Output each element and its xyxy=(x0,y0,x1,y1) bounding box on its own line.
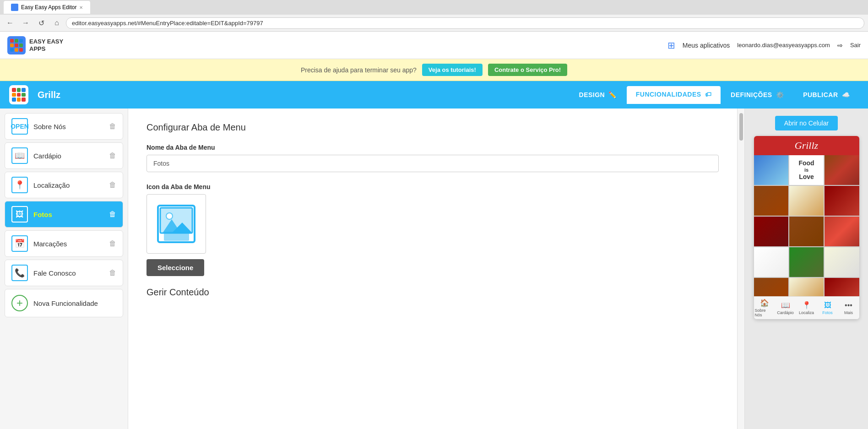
browser-chrome: Easy Easy Apps Editor ✕ ← → ↺ ⌂ xyxy=(0,0,868,32)
phone-nav-icon-fotos: 🖼 xyxy=(824,301,831,310)
scrollbar-thumb[interactable] xyxy=(739,113,743,141)
delete-sobre-nos-icon[interactable]: 🗑 xyxy=(109,122,116,130)
app-header: EASY EASY APPS ⊞ Meus aplicativos leonar… xyxy=(0,32,868,59)
tutorials-button[interactable]: Veja os tutoriais! xyxy=(422,64,483,76)
photo-cell-11 xyxy=(789,247,824,277)
browser-tabs: Easy Easy Apps Editor ✕ xyxy=(0,0,868,15)
phone-nav-label-cardapio: Cardápio xyxy=(777,310,794,315)
photo-cell-9 xyxy=(825,217,859,246)
photo-cell-3 xyxy=(825,155,859,185)
phone-nav-label-mais: Mais xyxy=(844,310,853,315)
phone-header: Grillz xyxy=(754,136,859,155)
sobre-nos-icon: OPEN xyxy=(11,118,28,135)
browser-nav: ← → ↺ ⌂ xyxy=(0,15,868,31)
open-cell-button[interactable]: Abrir no Celular xyxy=(775,116,838,130)
publicar-label: PUBLICAR xyxy=(803,91,838,98)
delete-fale-conosco-icon[interactable]: 🗑 xyxy=(109,269,116,277)
photo-cell-6 xyxy=(825,186,859,216)
banner-text: Precisa de ajuda para terminar seu app? xyxy=(301,66,417,74)
photo-cell-10 xyxy=(754,247,788,277)
pro-service-button[interactable]: Contrate o Serviço Pro! xyxy=(488,64,567,76)
marcacoes-icon: 📅 xyxy=(11,235,28,252)
info-banner: Precisa de ajuda para terminar seu app? … xyxy=(0,59,868,81)
app-logo: EASY EASY APPS xyxy=(7,36,63,54)
tab-funcionalidades[interactable]: FUNCIONALIDADES 🏷 xyxy=(627,86,721,104)
tab-title: Easy Easy Apps Editor xyxy=(21,4,76,11)
icon-label: Icon da Aba de Menu xyxy=(146,183,719,190)
tab-publicar[interactable]: PUBLICAR ☁️ xyxy=(794,86,859,104)
app-title: Grillz xyxy=(38,90,561,100)
phone-nav-label-fotos: Fotos xyxy=(822,310,833,315)
phone-nav-icon-pin: 📍 xyxy=(802,301,811,310)
back-button[interactable]: ← xyxy=(4,16,16,29)
user-email: leonardo.dias@easyeasyapps.com xyxy=(737,42,830,49)
photo-cell-5 xyxy=(789,186,824,216)
phone-nav-icon-book: 📖 xyxy=(781,301,790,310)
main-layout: OPEN Sobre Nós 🗑 📖 Cardápio 🗑 📍 Localiza… xyxy=(0,109,868,429)
logo-text: EASY EASY APPS xyxy=(29,38,63,52)
header-right: ⊞ Meus aplicativos leonardo.dias@easyeas… xyxy=(667,40,861,51)
phone-nav-icon-home: 🏠 xyxy=(760,299,769,307)
app-name-bar: Grillz DESIGN ✏️ FUNCIONALIDADES 🏷 DEFIN… xyxy=(0,81,868,109)
add-feature-button[interactable]: + Nova Funcionalidade xyxy=(5,289,123,317)
home-button[interactable]: ⌂ xyxy=(50,16,63,29)
tab-close-icon[interactable]: ✕ xyxy=(79,5,83,10)
photo-grid: Food is Love xyxy=(754,155,859,296)
apps-grid-icon[interactable]: ⊞ xyxy=(667,40,675,51)
fale-conosco-label: Fale Conosco xyxy=(33,269,103,277)
cloud-icon: ☁️ xyxy=(842,91,850,98)
tab-favicon xyxy=(11,4,18,11)
fotos-icon: 🖼 xyxy=(11,206,28,223)
phone-nav-fotos[interactable]: 🖼 Fotos xyxy=(817,297,838,319)
phone-nav-label-localiza: Localiza xyxy=(799,310,814,315)
phone-nav-mais[interactable]: ••• Mais xyxy=(838,297,859,319)
phone-nav-icon-mais: ••• xyxy=(845,301,852,310)
delete-marcacoes-icon[interactable]: 🗑 xyxy=(109,239,116,248)
sidebar-item-marcacoes[interactable]: 📅 Marcações 🗑 xyxy=(5,230,123,257)
delete-cardapio-icon[interactable]: 🗑 xyxy=(109,152,116,160)
address-bar[interactable] xyxy=(66,17,864,29)
content-scrollbar[interactable] xyxy=(737,109,744,429)
sidebar-item-localizacao[interactable]: 📍 Localização 🗑 xyxy=(5,172,123,198)
tab-design[interactable]: DESIGN ✏️ xyxy=(570,86,626,104)
photo-cell-12 xyxy=(825,247,859,277)
menu-name-group: Nome da Aba de Menu xyxy=(146,144,719,172)
refresh-button[interactable]: ↺ xyxy=(35,16,48,29)
design-label: DESIGN xyxy=(579,91,605,98)
pencil-icon: ✏️ xyxy=(608,91,617,98)
photo-cell-7 xyxy=(754,217,788,246)
add-feature-icon: + xyxy=(11,295,28,311)
photo-cell-8 xyxy=(789,217,824,246)
add-feature-label: Nova Funcionalidade xyxy=(33,299,98,307)
phone-frame: Grillz Food is Love xyxy=(754,136,859,319)
phone-nav-sobre-nos[interactable]: 🏠 Sobre Nós xyxy=(754,297,775,319)
icon-preview xyxy=(146,194,206,254)
delete-localizacao-icon[interactable]: 🗑 xyxy=(109,181,116,189)
my-apps-button[interactable]: Meus aplicativos xyxy=(683,42,730,49)
logo-icon xyxy=(7,36,26,54)
delete-fotos-icon[interactable]: 🗑 xyxy=(109,210,116,218)
sidebar-item-cardapio[interactable]: 📖 Cardápio 🗑 xyxy=(5,142,123,169)
sidebar-item-fale-conosco[interactable]: 📞 Fale Conosco 🗑 xyxy=(5,260,123,286)
gerir-title: Gerir Conteúdo xyxy=(146,287,719,298)
logout-button[interactable]: Sair xyxy=(850,42,861,49)
select-icon-button[interactable]: Seleccione xyxy=(146,259,204,276)
menu-name-label: Nome da Aba de Menu xyxy=(146,144,719,151)
definicoes-label: DEFINIÇÕES xyxy=(731,91,772,98)
photo-cell-13 xyxy=(754,278,788,296)
photo-cell-4 xyxy=(754,186,788,216)
phone-nav-cardapio[interactable]: 📖 Cardápio xyxy=(775,297,796,319)
sidebar-item-fotos[interactable]: 🖼 Fotos 🗑 xyxy=(5,201,123,228)
marcacoes-label: Marcações xyxy=(33,240,103,248)
sidebar-item-sobre-nos[interactable]: OPEN Sobre Nós 🗑 xyxy=(5,113,123,140)
phone-nav-localiza[interactable]: 📍 Localiza xyxy=(796,297,817,319)
tab-definicoes[interactable]: DEFINIÇÕES ⚙️ xyxy=(722,86,793,104)
forward-button[interactable]: → xyxy=(19,16,32,29)
menu-name-input[interactable] xyxy=(146,155,719,172)
localizacao-label: Localização xyxy=(33,181,103,189)
photo-cell-15 xyxy=(825,278,859,296)
image-icon-svg xyxy=(156,203,197,244)
active-tab[interactable]: Easy Easy Apps Editor ✕ xyxy=(4,1,90,14)
gear-icon: ⚙️ xyxy=(776,91,784,98)
cardapio-label: Cardápio xyxy=(33,152,103,160)
